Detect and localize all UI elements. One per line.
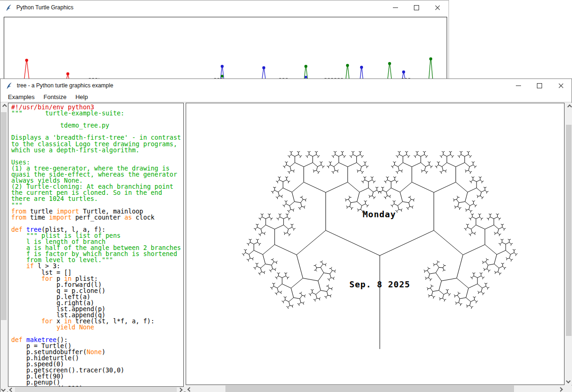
turtle-figure [388, 62, 391, 79]
bg-figures [4, 17, 447, 79]
tree-window-title: tree - a Python turtle graphics example [17, 82, 113, 89]
turtle-figure [360, 66, 363, 79]
chevron-right-icon [558, 387, 563, 392]
code-line: tdemo_tree.py [11, 122, 183, 128]
chevron-down-icon [1, 387, 6, 392]
scroll-down-button[interactable] [0, 386, 7, 392]
scrollbar-thumb[interactable] [566, 125, 572, 336]
scroll-right-button[interactable] [557, 385, 565, 392]
window-content: #!/usr/bin/env python3""" turtle-example… [0, 102, 572, 392]
menu-help[interactable]: Help [72, 93, 91, 101]
scroll-down-button[interactable] [565, 377, 572, 385]
turtle-figure [221, 65, 224, 79]
tree-window-titlebar[interactable]: tree - a Python turtle graphics example [0, 79, 572, 92]
maximize-button[interactable] [409, 2, 424, 13]
tk-feather-icon [5, 4, 12, 11]
menu-fontsize[interactable]: Fontsize [40, 93, 70, 101]
scroll-left-button[interactable] [186, 385, 194, 392]
menu-bar: Examples Fontsize Help [0, 92, 572, 102]
close-button[interactable] [553, 80, 568, 91]
source-code-pane[interactable]: #!/usr/bin/env python3""" turtle-example… [8, 103, 184, 387]
canvas-text-label: Monday [362, 209, 396, 219]
background-window-title: Python Turtle Graphics [16, 4, 73, 11]
turtle-figure [24, 59, 29, 79]
chevron-up-icon [567, 105, 572, 109]
turtle-figure [402, 71, 405, 79]
turtle-graphics-canvas[interactable] [4, 17, 447, 79]
turtle-figure [304, 65, 308, 79]
scroll-right-button[interactable] [177, 387, 184, 392]
minimize-icon [393, 7, 398, 8]
chevron-up-icon [2, 104, 7, 109]
tk-feather-icon [6, 82, 13, 89]
code-vertical-scrollbar[interactable] [0, 103, 7, 392]
minimize-button[interactable] [388, 2, 403, 13]
background-titlebar[interactable]: Python Turtle Graphics [0, 0, 449, 14]
code-line: yield None [11, 324, 183, 330]
turtle-figure [66, 72, 69, 79]
scrollbar-thumb[interactable] [225, 385, 514, 392]
scrollbar-corner [565, 385, 572, 392]
code-line: which use a depth-first-algorithm. [11, 147, 183, 153]
close-icon [435, 5, 440, 10]
chevron-down-icon [566, 379, 571, 384]
canvas-vertical-scrollbar[interactable] [565, 103, 572, 385]
canvas-text-label: Sep. 8 2025 [349, 279, 410, 289]
close-icon [558, 83, 564, 88]
scroll-up-button[interactable] [565, 103, 572, 111]
chevron-left-icon [188, 387, 192, 392]
maximize-icon [414, 5, 419, 10]
maximize-button[interactable] [532, 80, 547, 91]
turtle-drawing-canvas[interactable]: MondaySep. 8 2025 [186, 103, 565, 385]
fractal-tree-path [242, 151, 518, 349]
menu-examples[interactable]: Examples [5, 93, 38, 101]
code-horizontal-scrollbar[interactable] [8, 387, 184, 392]
maximize-icon [537, 83, 542, 88]
scroll-left-button[interactable] [8, 387, 15, 392]
code-line [11, 153, 183, 159]
close-button[interactable] [430, 2, 445, 13]
scroll-up-button[interactable] [0, 103, 7, 110]
turtle-figure [429, 57, 433, 79]
chevron-left-icon [9, 388, 14, 392]
chevron-right-icon [178, 388, 183, 392]
canvas-horizontal-scrollbar[interactable] [186, 385, 565, 392]
desktop: { "background_window": { "title": "Pytho… [0, 0, 572, 392]
minimize-button[interactable] [511, 80, 526, 91]
fractal-tree-drawing: MondaySep. 8 2025 [186, 103, 564, 385]
code-line: from time import perf_counter as clock [11, 214, 183, 221]
minimize-icon [516, 86, 521, 86]
code-line: there are 1024 turtles. [11, 196, 183, 202]
turtle-figure [346, 64, 349, 79]
tree-demo-window: tree - a Python turtle graphics example … [0, 78, 572, 392]
code-text[interactable]: #!/usr/bin/env python3""" turtle-example… [8, 103, 183, 386]
code-line: """ turtle-example-suite: [11, 110, 183, 116]
turtle-figure [262, 66, 266, 79]
scrollbar-thumb[interactable] [15, 387, 177, 392]
scrollbar-thumb[interactable] [1, 112, 7, 320]
